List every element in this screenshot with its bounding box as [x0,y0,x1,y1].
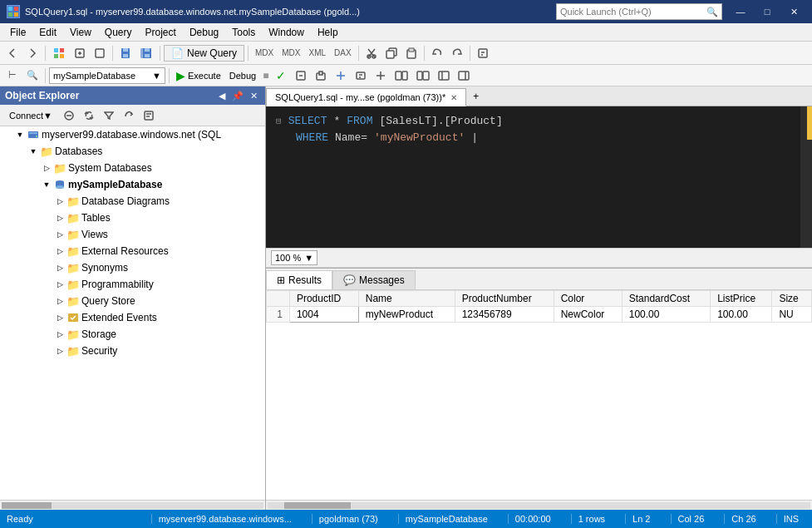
paste-button[interactable] [402,44,421,62]
editor-pane[interactable]: ⊟ SELECT * FROM [SalesLT].[Product] WHER… [266,106,812,248]
results-scroll-track[interactable] [268,502,810,509]
toolbar-btn-1[interactable] [49,44,69,62]
tree-external-resources[interactable]: ▷ 📁 External Resources [0,243,265,259]
col-header-size: Size [772,291,812,307]
oe-filter-btn[interactable] [100,106,118,125]
programmability-expand-icon: ▷ [53,278,66,291]
oe-scroll-track[interactable] [2,502,263,509]
query-tab-close-icon[interactable]: ✕ [450,93,457,102]
close-button[interactable]: ✕ [782,3,805,20]
tree-tables[interactable]: ▷ 📁 Tables [0,210,265,226]
oe-disconnect-btn[interactable] [60,106,78,125]
cell-productid: 1004 [289,307,358,323]
oe-refresh-btn[interactable] [120,106,138,125]
toolbar2-btn2[interactable] [312,67,330,85]
svg-rect-22 [409,48,414,52]
toolbar2-btn9[interactable] [455,67,473,85]
new-query-button[interactable]: 📄 New Query [164,45,244,62]
debug-button[interactable]: Debug [226,69,259,82]
tree-programmability[interactable]: ▷ 📁 Programmability [0,276,265,293]
tree-extended-events[interactable]: ▷ Extended Events [0,309,265,326]
menu-view[interactable]: View [63,25,98,40]
toolbar2-btn7[interactable] [413,67,433,85]
svg-point-37 [36,136,37,137]
query-tab-active[interactable]: SQLQuery1.sql - my...se (pgoldman (73))*… [266,88,466,106]
execute-button[interactable]: ▶ Execute [173,67,224,84]
toolbar-btn-3[interactable] [91,44,109,62]
code-editor[interactable]: ⊟ SELECT * FROM [SalesLT].[Product] WHER… [266,106,800,248]
save-all-button[interactable] [136,44,156,62]
toolbar-btn-xml[interactable]: XML [306,44,330,62]
oe-refresh-all-btn[interactable] [80,106,98,125]
messages-tab[interactable]: 💬 Messages [332,270,416,289]
tree-views[interactable]: ▷ 📁 Views [0,226,265,243]
indent-btn[interactable]: ⊢ [3,67,22,85]
synonyms-label: Synonyms [80,262,128,274]
menu-tools[interactable]: Tools [225,25,262,40]
parse-btn[interactable]: ✓ [272,67,290,85]
cut-button[interactable] [362,44,381,62]
toolbar2-btn8[interactable] [435,67,453,85]
redo-button[interactable] [448,44,466,62]
tree-synonyms[interactable]: ▷ 📁 Synonyms [0,259,265,276]
tree-query-store[interactable]: ▷ 📁 Query Store [0,293,265,309]
quick-launch-input[interactable] [560,7,703,17]
databases-expand-icon: ▼ [27,145,40,158]
menu-window[interactable]: Window [262,25,311,40]
copy-button[interactable] [382,44,401,62]
results-hscroll[interactable] [266,500,812,510]
tree-db-diagrams[interactable]: ▷ 📁 Database Diagrams [0,193,265,210]
toolbar-report-btn[interactable] [474,44,492,62]
toolbar-btn-mdx[interactable]: MDX [278,44,303,62]
menu-edit[interactable]: Edit [32,25,63,40]
toolbar2-btn6[interactable] [391,67,411,85]
svg-rect-6 [54,54,58,58]
status-bar: Ready myserver99.database.windows... pgo… [0,510,812,528]
results-tab[interactable]: ⊞ Results [266,270,332,289]
toolbar-btn-mdf[interactable]: MDX [252,44,277,62]
oe-scroll-bottom [0,500,265,510]
save-button[interactable] [116,44,135,62]
menu-file[interactable]: File [3,25,32,40]
tree-storage[interactable]: ▷ 📁 Storage [0,326,265,343]
oe-unpin-button[interactable]: 📌 [229,90,246,102]
tree-server[interactable]: ▼ myserver99.database.windows.net (SQL [0,126,265,143]
connect-label: Connect [9,111,43,121]
oe-scroll-thumb[interactable] [2,502,52,509]
extended-events-icon [66,311,80,324]
toolbar-btn-dax[interactable]: DAX [331,44,355,62]
menu-project[interactable]: Project [139,25,183,40]
tree-system-databases[interactable]: ▷ 📁 System Databases [0,160,265,176]
toolbar2-btn5[interactable] [372,67,390,85]
results-scroll-thumb[interactable] [284,502,351,509]
tree-security[interactable]: ▷ 📁 Security [0,343,265,359]
extended-events-label: Extended Events [80,312,157,323]
toolbar-btn-2[interactable] [71,44,89,62]
toolbar2-btn3[interactable] [332,67,350,85]
oe-summary-btn[interactable] [140,106,158,125]
oe-header-pins: ◀ 📌 ✕ [216,90,260,102]
toolbar2-btn1[interactable] [292,67,310,85]
maximize-button[interactable]: □ [755,3,779,20]
sql-hint-btn[interactable]: 🔍 [23,67,42,85]
oe-pin-button[interactable]: ◀ [216,90,228,102]
menu-debug[interactable]: Debug [183,25,225,40]
zoom-dropdown[interactable]: 100 % ▼ [271,250,317,265]
quick-launch-box[interactable]: 🔍 [556,3,722,20]
tree-databases[interactable]: ▼ 📁 Databases [0,143,265,160]
add-tab-button[interactable]: + [466,89,485,104]
editor-vscroll[interactable] [800,106,812,248]
back-button[interactable] [3,44,22,62]
forward-button[interactable] [23,44,42,62]
toolbar2-btn4[interactable] [352,67,370,85]
menu-query[interactable]: Query [98,25,139,40]
col-header-standardcost: StandardCost [622,291,710,307]
database-dropdown[interactable]: mySampleDatabase ▼ [49,67,165,84]
undo-button[interactable] [428,44,446,62]
minimize-button[interactable]: — [729,3,752,20]
menu-help[interactable]: Help [311,25,345,40]
tree-mysampledb[interactable]: ▼ mySampleDatabase [0,176,265,193]
connect-button[interactable]: Connect ▼ [3,106,58,125]
zoom-bar: 100 % ▼ [266,248,812,268]
oe-close-button[interactable]: ✕ [248,90,260,102]
